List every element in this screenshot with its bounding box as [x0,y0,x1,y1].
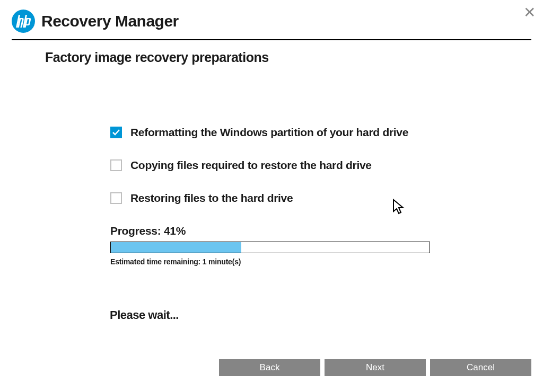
step-label: Copying files required to restore the ha… [130,159,372,172]
progress-bar-fill [111,242,241,253]
step-row-restore: Restoring files to the hard drive [110,192,543,204]
button-row: Back Next Cancel [219,359,531,376]
time-remaining: Estimated time remaining: 1 minute(s) [110,257,543,266]
step-label: Restoring files to the hard drive [130,192,293,204]
page-title: Factory image recovery preparations [45,50,543,65]
progress-bar [110,242,430,253]
hp-logo-icon [12,10,35,33]
step-label: Reformatting the Windows partition of yo… [130,126,408,139]
cursor-icon [392,199,406,218]
step-row-reformat: Reformatting the Windows partition of yo… [110,126,543,139]
status-please-wait: Please wait... [110,308,179,322]
progress-label-prefix: Progress: [110,225,164,237]
header: Recovery Manager [0,0,543,39]
progress-section: Progress: 41% Estimated time remaining: … [110,225,543,266]
app-title: Recovery Manager [41,12,179,30]
header-divider [12,39,531,40]
close-icon[interactable]: ✕ [523,5,536,20]
cancel-button[interactable]: Cancel [430,359,531,376]
step-row-copy: Copying files required to restore the ha… [110,159,543,172]
back-button[interactable]: Back [219,359,320,376]
progress-percent: 41% [164,225,186,237]
checkbox-unchecked-icon [110,159,122,171]
checkbox-checked-icon [110,127,122,138]
checkbox-unchecked-icon [110,192,122,204]
progress-label: Progress: 41% [110,225,543,237]
next-button[interactable]: Next [325,359,426,376]
content-area: Reformatting the Windows partition of yo… [0,65,543,266]
